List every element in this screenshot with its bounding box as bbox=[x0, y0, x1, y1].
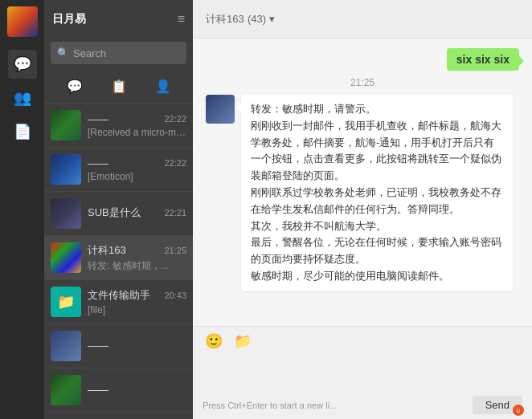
chat-item-top: —— 22:22 bbox=[88, 157, 186, 169]
file-button[interactable]: 📁 bbox=[231, 330, 254, 352]
contacts-icon: 👥 bbox=[14, 89, 31, 107]
chat-item-top: —— 22:22 bbox=[88, 113, 186, 125]
folder-icon: 📁 bbox=[234, 332, 252, 350]
chat-item-content: 计科163 21:25 转发: 敏感时期，... bbox=[88, 243, 186, 273]
avatar bbox=[51, 154, 81, 185]
avatar[interactable] bbox=[7, 6, 38, 37]
ubuntu-badge: U bbox=[513, 405, 524, 416]
list-item[interactable]: —— bbox=[44, 324, 193, 368]
chat-item-name: —— bbox=[88, 157, 108, 169]
chat-item-time: 20:43 bbox=[164, 291, 186, 300]
avatar bbox=[51, 242, 81, 273]
message-bubble-outgoing: six six six bbox=[447, 48, 519, 71]
files-icon: 📄 bbox=[14, 123, 31, 140]
chat-item-time: 22:22 bbox=[164, 114, 186, 124]
search-bar[interactable]: 🔍 Search bbox=[51, 42, 186, 64]
chat-main-header: 计科163 (43) ▾ bbox=[193, 0, 532, 39]
chat-main: 计科163 (43) ▾ six six six 21:25 转发：敏感时期，请… bbox=[193, 0, 532, 419]
chat-item-name: —— bbox=[88, 384, 108, 396]
avatar bbox=[51, 331, 81, 361]
chat-title-text: 计科163 bbox=[206, 13, 244, 25]
tab-icons-row: 💬 📋 👤 bbox=[44, 71, 193, 104]
chat-item-name: —— bbox=[88, 340, 108, 352]
avatar bbox=[51, 110, 81, 140]
chat-item-name: 文件传输助手 bbox=[88, 288, 150, 303]
list-item[interactable]: —— bbox=[44, 368, 193, 413]
time-divider: 21:25 bbox=[206, 77, 519, 88]
avatar bbox=[51, 198, 81, 229]
avatar-image bbox=[7, 6, 38, 37]
chat-item-content: SUB是什么 22:21 bbox=[88, 205, 186, 222]
avatar bbox=[51, 375, 81, 405]
search-label: Search bbox=[73, 47, 106, 59]
list-item[interactable]: 计科163 21:25 转发: 敏感时期，... bbox=[44, 236, 193, 280]
input-hint: Press Ctrl+Enter to start a new li... bbox=[203, 401, 337, 410]
search-icon: 🔍 bbox=[57, 47, 69, 59]
list-item[interactable]: —— 22:22 [Received a micro-messa... bbox=[44, 104, 193, 148]
chat-item-top: —— bbox=[88, 384, 186, 396]
chat-item-top: —— bbox=[88, 340, 186, 352]
send-button-wrapper: Send U bbox=[473, 396, 522, 414]
sender-avatar bbox=[206, 95, 235, 124]
chat-messages: six six six 21:25 转发：敏感时期，请警示。刚刚收到一封邮件，我… bbox=[193, 39, 532, 326]
chat-item-content: —— bbox=[88, 384, 186, 397]
chat-input-area: 🙂 📁 Press Ctrl+Enter to start a new li..… bbox=[193, 326, 532, 419]
list-item[interactable]: —— 22:22 [Emoticon] bbox=[44, 148, 193, 192]
tab-contacts[interactable]: 📋 bbox=[107, 74, 131, 98]
sidebar: 💬 👥 📄 bbox=[0, 0, 44, 419]
files-nav-icon[interactable]: 📄 bbox=[8, 117, 37, 146]
chat-item-content: —— 22:22 [Received a micro-messa... bbox=[88, 113, 186, 138]
message-bubble-incoming: 转发：敏感时期，请警示。刚刚收到一封邮件，我用手机查收，邮件标题，航海大学教务处… bbox=[241, 95, 513, 291]
chat-item-top: SUB是什么 22:21 bbox=[88, 205, 186, 220]
chat-item-content: —— 22:22 [Emoticon] bbox=[88, 157, 186, 182]
emoji-button[interactable]: 🙂 bbox=[203, 330, 225, 352]
chat-nav-icon[interactable]: 💬 bbox=[8, 50, 37, 79]
chat-list-panel: 日月易 ≡ 🔍 Search 💬 📋 👤 —— 22:22 [Received … bbox=[44, 0, 193, 419]
app-title: 日月易 bbox=[52, 12, 86, 26]
list-item[interactable]: SUB是什么 22:21 bbox=[44, 192, 193, 236]
chat-item-content: 文件传输助手 20:43 [file] bbox=[88, 288, 186, 315]
chat-item-preview: [file] bbox=[88, 304, 186, 315]
tab-message[interactable]: 💬 bbox=[63, 74, 87, 98]
chat-item-top: 文件传输助手 20:43 bbox=[88, 288, 186, 303]
chat-item-top: 计科163 21:25 bbox=[88, 243, 186, 258]
tab-user[interactable]: 👤 bbox=[151, 74, 175, 98]
chat-main-title: 计科163 (43) ▾ bbox=[206, 11, 275, 25]
chat-item-preview: 转发: 敏感时期，... bbox=[88, 259, 186, 273]
menu-icon[interactable]: ≡ bbox=[178, 12, 185, 26]
ubuntu-icon: U bbox=[516, 408, 520, 413]
chat-item-time: 22:22 bbox=[164, 158, 186, 168]
chat-member-count: (43) bbox=[248, 13, 266, 25]
avatar: 📁 bbox=[51, 287, 81, 317]
chat-item-name: SUB是什么 bbox=[88, 205, 141, 220]
message-text: 转发：敏感时期，请警示。刚刚收到一封邮件，我用手机查收，邮件标题，航海大学教务处… bbox=[251, 103, 501, 282]
chat-item-preview: [Received a micro-messa... bbox=[88, 127, 186, 138]
contacts-nav-icon[interactable]: 👥 bbox=[8, 83, 37, 112]
chevron-down-icon[interactable]: ▾ bbox=[269, 13, 275, 25]
chat-item-content: —— bbox=[88, 340, 186, 353]
chat-item-name: 计科163 bbox=[88, 243, 126, 258]
list-item[interactable]: 📁 文件传输助手 20:43 [file] bbox=[44, 280, 193, 324]
chat-items-list: —— 22:22 [Received a micro-messa... —— 2… bbox=[44, 104, 193, 419]
chat-input-box[interactable] bbox=[193, 356, 532, 394]
user-tab-icon: 👤 bbox=[155, 79, 171, 94]
outgoing-message-row: six six six bbox=[206, 48, 519, 71]
sender-avatar-image bbox=[206, 95, 235, 124]
input-toolbar: 🙂 📁 bbox=[193, 327, 532, 356]
chat-item-time: 22:21 bbox=[164, 208, 186, 218]
chat-icon: 💬 bbox=[14, 55, 31, 73]
chat-item-time: 21:25 bbox=[164, 246, 186, 255]
chat-item-name: —— bbox=[88, 113, 108, 125]
message-tab-icon: 💬 bbox=[67, 79, 83, 94]
chat-list-header: 日月易 ≡ bbox=[44, 0, 193, 39]
message-text: six six six bbox=[456, 53, 509, 66]
input-bottom-row: Press Ctrl+Enter to start a new li... Se… bbox=[193, 394, 532, 419]
chat-item-preview: [Emoticon] bbox=[88, 171, 186, 182]
incoming-message-row: 转发：敏感时期，请警示。刚刚收到一封邮件，我用手机查收，邮件标题，航海大学教务处… bbox=[206, 95, 519, 291]
emoji-icon: 🙂 bbox=[205, 332, 223, 350]
chat-title-group: 计科163 (43) ▾ bbox=[206, 11, 275, 26]
contacts-tab-icon: 📋 bbox=[111, 79, 127, 94]
